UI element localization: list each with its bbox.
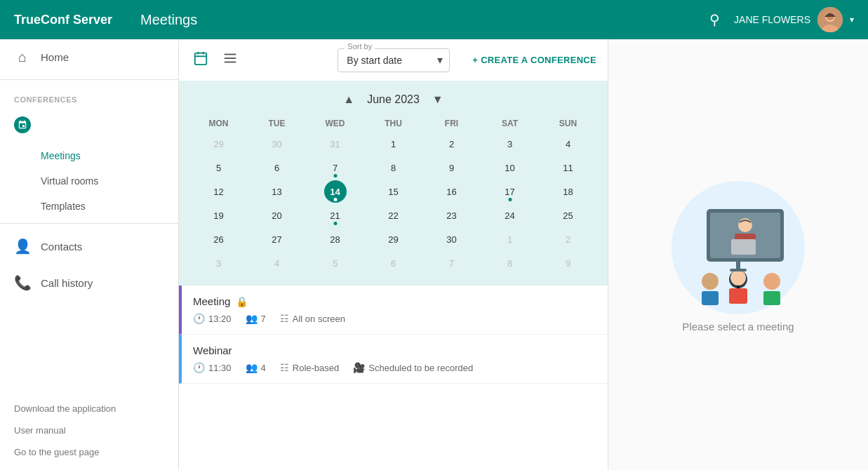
page-title: Meetings bbox=[140, 12, 709, 28]
calendar-prev-button[interactable]: ▲ bbox=[339, 92, 359, 107]
cal-day[interactable]: 20 bbox=[266, 204, 288, 227]
cal-day[interactable]: 7 bbox=[441, 252, 463, 274]
meeting-layout: ☷ All on screen bbox=[280, 313, 345, 324]
conferences-section-label: CONFERENCES bbox=[0, 84, 178, 107]
cal-day[interactable]: 29 bbox=[208, 133, 230, 155]
cal-day-today[interactable]: 14 bbox=[324, 180, 347, 203]
cal-day[interactable]: 24 bbox=[499, 204, 521, 227]
cal-day[interactable]: 21 bbox=[324, 204, 347, 227]
user-manual-link[interactable]: User manual bbox=[0, 419, 178, 441]
cal-day[interactable]: 31 bbox=[324, 133, 347, 155]
webinar-title: Webinar bbox=[193, 344, 596, 356]
cal-day[interactable]: 9 bbox=[557, 252, 580, 274]
contacts-icon: 👤 bbox=[14, 238, 31, 255]
sidebar-item-contacts[interactable]: 👤 Contacts bbox=[0, 228, 178, 264]
cal-day[interactable]: 22 bbox=[382, 204, 405, 227]
calendar-header: ▲ June 2023 ▼ bbox=[190, 92, 596, 107]
search-icon[interactable]: ⚲ bbox=[709, 11, 720, 28]
sidebar-item-meetings[interactable]: Meetings bbox=[0, 143, 178, 168]
cal-day[interactable]: 1 bbox=[382, 133, 405, 155]
webinar-time: 🕐 11:30 bbox=[193, 362, 232, 373]
cal-day[interactable]: 7 bbox=[324, 156, 347, 179]
cal-day[interactable]: 12 bbox=[208, 180, 230, 203]
meeting-illustration bbox=[668, 177, 808, 321]
cal-day[interactable]: 3 bbox=[208, 252, 230, 274]
home-icon: ⌂ bbox=[14, 49, 31, 65]
cal-day[interactable]: 8 bbox=[499, 252, 521, 274]
cal-day[interactable]: 23 bbox=[441, 204, 463, 227]
cal-day[interactable]: 26 bbox=[208, 228, 230, 250]
cal-day[interactable]: 25 bbox=[557, 204, 580, 227]
cal-day[interactable]: 4 bbox=[557, 133, 580, 155]
download-app-link[interactable]: Download the application bbox=[0, 398, 178, 419]
cal-day[interactable]: 30 bbox=[266, 133, 288, 155]
meeting-item-meeting[interactable]: Meeting 🔒 🕐 13:20 👥 7 ☷ bbox=[179, 286, 608, 335]
clock-icon: 🕐 bbox=[193, 362, 205, 373]
chevron-down-icon: ▾ bbox=[850, 15, 854, 25]
cal-day[interactable]: 30 bbox=[441, 228, 463, 250]
cal-day[interactable]: 3 bbox=[499, 133, 521, 155]
sidebar-item-home[interactable]: ⌂ Home bbox=[0, 39, 178, 75]
cal-day[interactable]: 11 bbox=[557, 156, 580, 179]
webinar-participants: 👥 4 bbox=[246, 362, 266, 373]
layout-icon: ☷ bbox=[280, 313, 289, 324]
calendar-grid: MON TUE WED THU FRI SAT SUN 29 30 31 1 2… bbox=[190, 116, 596, 274]
cal-day[interactable]: 1 bbox=[499, 228, 521, 250]
meetings-list: Meeting 🔒 🕐 13:20 👥 7 ☷ bbox=[179, 286, 608, 470]
meeting-time: 🕐 13:20 bbox=[193, 313, 232, 324]
cal-header-mon: MON bbox=[190, 116, 247, 131]
calendar-next-button[interactable]: ▼ bbox=[428, 92, 448, 107]
svg-rect-26 bbox=[730, 269, 747, 271]
cal-day[interactable]: 6 bbox=[266, 156, 288, 179]
cal-day[interactable]: 16 bbox=[441, 180, 463, 203]
svg-point-17 bbox=[702, 273, 719, 290]
record-icon: 🎥 bbox=[353, 362, 365, 373]
toolbar: Sort by By start date ▾ + CREATE A CONFE… bbox=[179, 39, 608, 81]
cal-day[interactable]: 6 bbox=[382, 252, 405, 274]
sidebar-item-conferences[interactable] bbox=[0, 107, 178, 143]
cal-day[interactable]: 8 bbox=[382, 156, 405, 179]
sidebar: ⌂ Home CONFERENCES Meetings Virtual room… bbox=[0, 39, 179, 470]
sidebar-item-virtual-rooms[interactable]: Virtual rooms bbox=[0, 168, 178, 194]
sidebar-item-call-history[interactable]: 📞 Call history bbox=[0, 264, 178, 301]
sort-select[interactable]: By start date bbox=[338, 48, 450, 72]
meetings-panel: Sort by By start date ▾ + CREATE A CONFE… bbox=[179, 39, 608, 470]
meeting-item-webinar[interactable]: Webinar 🕐 11:30 👥 4 ☷ Role- bbox=[179, 335, 608, 384]
participants-icon: 👥 bbox=[246, 313, 258, 324]
user-menu[interactable]: JANE FLOWERS ▾ bbox=[734, 7, 854, 32]
calendar-month-year: June 2023 bbox=[367, 93, 420, 106]
cal-day[interactable]: 5 bbox=[208, 156, 230, 179]
cal-header-fri: FRI bbox=[423, 116, 480, 131]
cal-day[interactable]: 2 bbox=[557, 228, 580, 250]
lock-icon: 🔒 bbox=[236, 296, 248, 307]
cal-day[interactable]: 13 bbox=[266, 180, 288, 203]
cal-header-thu: THU bbox=[365, 116, 422, 131]
cal-header-sat: SAT bbox=[481, 116, 538, 131]
cal-day[interactable]: 17 bbox=[499, 180, 521, 203]
cal-header-wed: WED bbox=[307, 116, 363, 131]
cal-day[interactable]: 4 bbox=[266, 252, 288, 274]
main-layout: ⌂ Home CONFERENCES Meetings Virtual room… bbox=[0, 39, 868, 470]
guest-page-link[interactable]: Go to the guest page bbox=[0, 441, 178, 463]
clock-icon: 🕐 bbox=[193, 313, 205, 324]
conferences-icon bbox=[14, 116, 31, 133]
cal-day[interactable]: 28 bbox=[324, 228, 347, 250]
templates-label: Templates bbox=[41, 201, 86, 212]
user-name: JANE FLOWERS bbox=[734, 14, 810, 25]
create-conference-button[interactable]: + CREATE A CONFERENCE bbox=[472, 55, 596, 65]
svg-rect-22 bbox=[729, 288, 747, 304]
list-view-button[interactable] bbox=[220, 48, 241, 72]
cal-day[interactable]: 9 bbox=[441, 156, 463, 179]
cal-day[interactable]: 10 bbox=[499, 156, 521, 179]
sidebar-item-templates[interactable]: Templates bbox=[0, 194, 178, 219]
cal-day[interactable]: 27 bbox=[266, 228, 288, 250]
cal-day[interactable]: 2 bbox=[441, 133, 463, 155]
cal-day[interactable]: 15 bbox=[382, 180, 405, 203]
cal-day[interactable]: 19 bbox=[208, 204, 230, 227]
svg-point-20 bbox=[730, 270, 746, 286]
calendar-view-button[interactable] bbox=[190, 48, 211, 72]
cal-day[interactable]: 18 bbox=[557, 180, 580, 203]
cal-day[interactable]: 5 bbox=[324, 252, 347, 274]
cal-day[interactable]: 29 bbox=[382, 228, 405, 250]
contacts-label: Contacts bbox=[41, 241, 82, 253]
